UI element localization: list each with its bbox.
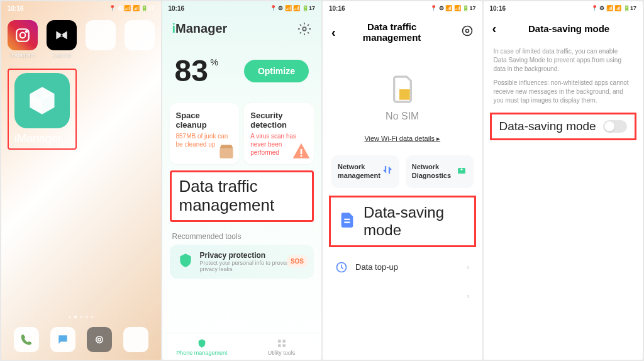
status-time: 10:16 [8, 5, 24, 12]
data-saving-mode-label: Data-saving mode [364, 204, 467, 239]
network-management-card[interactable]: Network management [331, 155, 399, 188]
settings-icon[interactable] [297, 22, 311, 36]
blank-icon [125, 20, 155, 50]
info-text-2: Possible influences: non-whitelisted app… [484, 79, 643, 110]
wifi-details-link[interactable]: View Wi-Fi data details ▸ [323, 130, 482, 155]
svg-rect-12 [282, 344, 286, 347]
sim-icon [390, 74, 415, 104]
data-traffic-highlight[interactable]: Data traffic management [170, 170, 314, 222]
instagram-label: Instagram [8, 52, 38, 58]
svg-rect-11 [278, 344, 281, 347]
privacy-icon [177, 252, 194, 271]
diagnostics-icon [456, 164, 467, 175]
data-topup-row[interactable]: Data top-up › [323, 252, 482, 282]
privacy-card[interactable]: Privacy protection Protect your personal… [170, 245, 314, 279]
dock-camera[interactable] [87, 327, 112, 352]
status-bar: 10:16 📍 ⚙ 📶 📶 🔋17 [162, 1, 322, 15]
data-saving-toggle[interactable] [603, 120, 627, 133]
home-icon-row: Instagram CapCut [1, 15, 161, 64]
topup-icon [335, 261, 348, 274]
no-sim-label: No SIM [323, 111, 482, 122]
cards-row: Space cleanup 857MB of junk can be clean… [162, 103, 322, 164]
data-traffic-screen: 10:16 📍 ⚙ 📶 📶 🔋17 ‹ Data traffic managem… [323, 1, 482, 360]
app-imanager[interactable]: iManager [12, 73, 72, 145]
blank-row[interactable]: › [323, 282, 482, 309]
info-text-1: In case of limited data traffic, you can… [484, 42, 643, 79]
security-card[interactable]: Security detection A virus scan has neve… [244, 103, 314, 164]
status-bar: 10:16 📍 ⚙ 📶 📶 🔋17 [484, 1, 643, 15]
svg-rect-20 [344, 221, 350, 223]
svg-rect-18 [461, 169, 462, 170]
page-title: Data-saving mode [504, 23, 634, 34]
card-title: Space cleanup [176, 111, 233, 130]
instagram-icon [8, 20, 38, 50]
svg-rect-6 [220, 148, 233, 158]
grid-cards: Network management Network Diagnostics [323, 155, 482, 188]
status-time: 10:16 [169, 5, 185, 12]
status-indicators: 📍 ⚙ 📶 📶 🔋17 [109, 5, 154, 11]
toggle-label: Data-saving mode [499, 119, 596, 133]
page-header: ‹ Data traffic management [323, 15, 482, 49]
optimize-button[interactable]: Optimize [244, 60, 309, 82]
data-traffic-label: Data traffic management [179, 177, 305, 215]
document-icon [338, 211, 356, 231]
svg-point-4 [98, 338, 101, 342]
dock-messages[interactable] [50, 327, 75, 352]
imanager-icon [14, 73, 70, 128]
status-time: 10:16 [329, 5, 345, 12]
svg-point-5 [303, 27, 306, 31]
sim-status: No SIM [323, 49, 482, 130]
back-icon[interactable]: ‹ [331, 25, 336, 40]
data-saving-mode-highlight[interactable]: Data-saving mode [329, 196, 476, 247]
imanager-highlight: iManager [8, 69, 77, 150]
app-header: iManager [162, 15, 322, 46]
status-indicators: 📍 ⚙ 📶 📶 🔋17 [591, 5, 636, 11]
svg-point-1 [20, 33, 26, 38]
status-time: 10:16 [490, 5, 506, 12]
score-row: 83% Optimize [162, 46, 322, 103]
app-instagram[interactable]: Instagram [8, 20, 38, 58]
svg-rect-7 [301, 149, 303, 154]
app-capcut[interactable]: CapCut [47, 20, 77, 58]
tab-utility-tools[interactable]: Utility tools [242, 333, 321, 360]
svg-rect-19 [344, 218, 350, 219]
page-indicator [69, 316, 94, 318]
settings-icon[interactable] [461, 25, 474, 40]
blank-icon [86, 20, 116, 50]
imanager-label: iManager [12, 132, 72, 145]
dock-phone[interactable] [14, 327, 39, 352]
sos-badge: SOS [287, 255, 308, 267]
status-bar: 10:16 📍 ⚙ 📶 📶 🔋17 [323, 1, 482, 15]
data-topup-label: Data top-up [355, 262, 398, 272]
svg-rect-10 [282, 340, 286, 343]
page-header: ‹ Data-saving mode [484, 15, 643, 42]
home-screen: 10:16 📍 ⚙ 📶 📶 🔋17 Instagram CapCut iMana… [1, 1, 161, 360]
svg-rect-15 [399, 89, 410, 100]
dock-browser[interactable] [123, 327, 148, 352]
data-saving-mode-screen: 10:16 📍 ⚙ 📶 📶 🔋17 ‹ Data-saving mode In … [484, 1, 643, 360]
network-diagnostics-card[interactable]: Network Diagnostics [406, 155, 474, 188]
card-title: Security detection [250, 111, 308, 130]
back-icon[interactable]: ‹ [492, 21, 497, 36]
chevron-right-icon: › [467, 262, 469, 272]
dock [14, 327, 148, 352]
svg-point-2 [26, 31, 27, 32]
capcut-icon [47, 20, 77, 50]
cleanup-icon [216, 142, 236, 162]
space-cleanup-card[interactable]: Space cleanup 857MB of junk can be clean… [170, 103, 240, 164]
svg-rect-9 [278, 340, 281, 343]
app-blank-2[interactable] [125, 20, 155, 58]
tab-phone-management[interactable]: Phone management [162, 333, 242, 360]
app-blank-1[interactable] [86, 20, 116, 58]
svg-point-13 [465, 30, 469, 33]
bottom-tabs: Phone management Utility tools [162, 333, 322, 360]
data-saving-toggle-highlight: Data-saving mode [490, 113, 637, 140]
imanager-screen: 10:16 📍 ⚙ 📶 📶 🔋17 iManager 83% Optimize … [162, 1, 322, 360]
status-indicators: 📍 ⚙ 📶 📶 🔋17 [270, 5, 315, 11]
score-value: 83% [175, 53, 208, 88]
app-title: iManager [172, 21, 228, 36]
svg-rect-8 [301, 155, 303, 157]
chevron-right-icon: › [467, 291, 469, 301]
alert-icon [291, 142, 311, 162]
capcut-label: CapCut [47, 52, 77, 58]
